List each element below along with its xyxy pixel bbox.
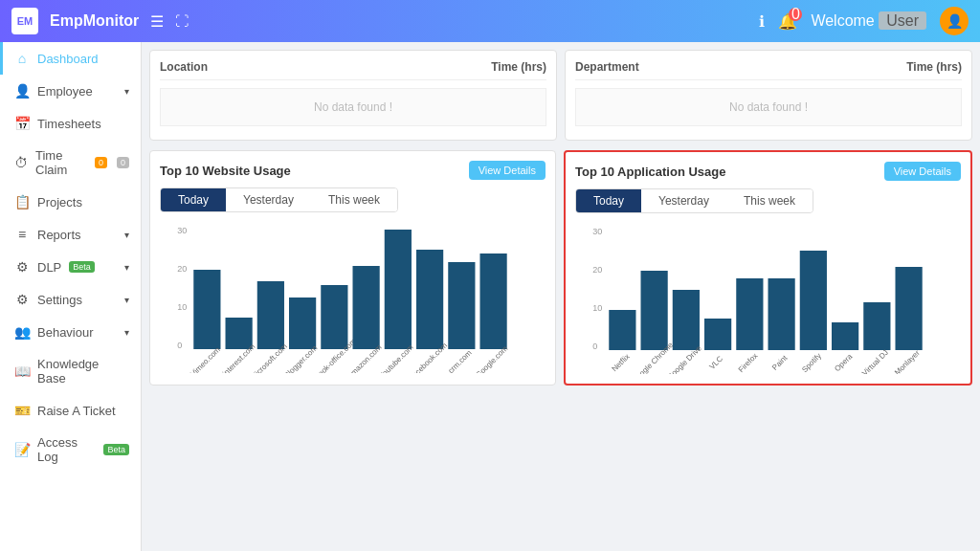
dlp-icon: ⚙ xyxy=(14,259,30,275)
xlabel-firefox: Firefox xyxy=(737,351,760,374)
sidebar-item-reports[interactable]: ≡ Reports ▾ xyxy=(0,218,141,251)
department-col1: Department xyxy=(575,60,639,74)
raise-ticket-icon: 🎫 xyxy=(14,403,30,418)
xlabel-crm: crm.com xyxy=(446,348,473,373)
avatar[interactable]: 👤 xyxy=(940,7,969,35)
y-label-10: 10 xyxy=(177,302,187,312)
sidebar-item-raise-ticket[interactable]: 🎫 Raise A Ticket xyxy=(0,394,141,427)
location-no-data: No data found ! xyxy=(160,88,546,126)
app-chart-header: Top 10 Application Usage View Details xyxy=(575,162,961,181)
sidebar-label-raise-ticket: Raise A Ticket xyxy=(37,404,116,418)
sidebar-label-access-log: Access Log xyxy=(37,435,96,464)
y-label-0: 0 xyxy=(177,341,182,350)
sidebar-item-knowledge-base[interactable]: 📖 Knowledge Base xyxy=(0,348,141,394)
sidebar-item-dlp[interactable]: ⚙ DLP Beta ▾ xyxy=(0,251,141,283)
sidebar-item-settings[interactable]: ⚙ Settings ▾ xyxy=(0,283,141,316)
website-chart-title: Top 10 Website Usage xyxy=(160,164,291,178)
location-col2: Time (hrs) xyxy=(491,60,546,74)
sidebar-item-behaviour[interactable]: 👥 Behaviour ▾ xyxy=(0,316,141,348)
app-tab-today[interactable]: Today xyxy=(576,189,641,212)
dlp-beta-badge: Beta xyxy=(69,261,95,273)
bar-outlook xyxy=(321,285,347,349)
logo-icon: EM xyxy=(11,8,38,34)
xlabel-vimeo: Vimeo.com xyxy=(189,345,222,373)
y-label-30: 30 xyxy=(177,226,187,235)
website-tab-today[interactable]: Today xyxy=(161,188,226,211)
app-y-label-0: 0 xyxy=(592,342,597,351)
bar-crm xyxy=(448,262,475,349)
reports-icon: ≡ xyxy=(14,227,30,242)
bar-facebook xyxy=(416,250,443,349)
notification-bell[interactable]: 🔔 0 xyxy=(778,12,797,31)
location-card: Location Time (hrs) No data found ! xyxy=(149,50,557,141)
app-y-label-20: 20 xyxy=(592,265,602,275)
location-col1: Location xyxy=(160,60,208,74)
settings-icon: ⚙ xyxy=(14,292,30,307)
xlabel-spotify: Spotify xyxy=(800,351,823,374)
app-chart-card: Top 10 Application Usage View Details To… xyxy=(564,150,972,386)
app-tab-yesterday[interactable]: Yesterday xyxy=(641,189,726,212)
top-row: Location Time (hrs) No data found ! Depa… xyxy=(149,50,972,141)
sidebar-label-reports: Reports xyxy=(37,228,81,242)
sidebar-label-dashboard: Dashboard xyxy=(37,52,99,66)
access-log-icon: 📝 xyxy=(14,442,30,457)
y-label-20: 20 xyxy=(177,264,187,274)
logo-text: EmpMonitor xyxy=(50,12,139,30)
bar-netflix xyxy=(609,310,635,350)
info-icon[interactable]: ℹ xyxy=(759,12,765,31)
bar-virtual-dj xyxy=(863,302,890,350)
location-card-header: Location Time (hrs) xyxy=(160,60,546,80)
website-chart-card: Top 10 Website Usage View Details Today … xyxy=(149,150,556,386)
sidebar-item-time-claim[interactable]: ⏱ Time Claim 0 0 xyxy=(0,140,141,186)
knowledge-base-icon: 📖 xyxy=(14,364,30,379)
sidebar-item-access-log[interactable]: 📝 Access Log Beta xyxy=(0,427,141,473)
bar-vimeo xyxy=(193,270,220,349)
bar-opera xyxy=(832,322,858,350)
expand-icon[interactable]: ⛶ xyxy=(175,13,189,29)
sidebar-item-projects[interactable]: 📋 Projects xyxy=(0,186,141,218)
time-claim-badge1: 0 xyxy=(95,157,107,168)
bar-youtube xyxy=(385,230,412,349)
xlabel-monlayer: Monlayer xyxy=(893,348,922,374)
chart-row: Top 10 Website Usage View Details Today … xyxy=(149,150,972,386)
projects-icon: 📋 xyxy=(14,194,30,209)
website-tabs: Today Yesterday This week xyxy=(160,187,398,212)
sidebar-label-employee: Employee xyxy=(37,84,93,99)
xlabel-paint: Paint xyxy=(770,353,790,372)
behaviour-chevron-icon: ▾ xyxy=(124,327,129,338)
department-card-header: Department Time (hrs) xyxy=(575,60,962,80)
department-col2: Time (hrs) xyxy=(906,60,962,74)
xlabel-opera: Opera xyxy=(833,352,855,373)
bar-paint xyxy=(768,278,795,350)
website-chart-svg: 30 20 10 0 Vimeo.com Pinterest.com xyxy=(160,220,546,373)
sidebar-label-dlp: DLP xyxy=(37,260,61,275)
xlabel-virtual-dj: Virtual DJ xyxy=(860,348,890,374)
website-tab-yesterday[interactable]: Yesterday xyxy=(226,188,311,211)
app-view-details-button[interactable]: View Details xyxy=(884,162,961,181)
settings-chevron-icon: ▾ xyxy=(124,295,129,305)
website-bar-chart: 30 20 10 0 Vimeo.com Pinterest.com xyxy=(160,220,546,373)
bar-blogger xyxy=(289,298,316,349)
bar-microsoft xyxy=(257,281,284,349)
app-tabs: Today Yesterday This week xyxy=(575,188,813,213)
sidebar-item-dashboard[interactable]: ⌂ Dashboard xyxy=(0,42,141,75)
app-bar-chart: 30 20 10 0 Netflix Google Chrome Google … xyxy=(575,221,961,374)
bar-drive xyxy=(673,290,700,350)
employee-icon: 👤 xyxy=(14,83,30,99)
bar-spotify xyxy=(800,251,827,350)
sidebar-item-employee[interactable]: 👤 Employee ▾ xyxy=(0,75,141,107)
sidebar-label-projects: Projects xyxy=(37,195,82,209)
hamburger-icon[interactable]: ☰ xyxy=(150,12,164,31)
dlp-chevron-icon: ▾ xyxy=(124,262,129,273)
content-area: Location Time (hrs) No data found ! Depa… xyxy=(142,42,980,551)
department-no-data: No data found ! xyxy=(575,88,962,126)
bar-monlayer xyxy=(895,267,922,350)
sidebar-item-timesheets[interactable]: 📅 Timesheets xyxy=(0,107,141,140)
xlabel-vlc: VLC xyxy=(708,354,725,370)
sidebar-label-settings: Settings xyxy=(37,293,82,307)
welcome-label: Welcome User xyxy=(811,12,926,30)
website-view-details-button[interactable]: View Details xyxy=(469,161,546,180)
website-tab-this-week[interactable]: This week xyxy=(311,188,397,211)
time-claim-icon: ⏱ xyxy=(14,155,28,170)
app-tab-this-week[interactable]: This week xyxy=(726,189,813,212)
